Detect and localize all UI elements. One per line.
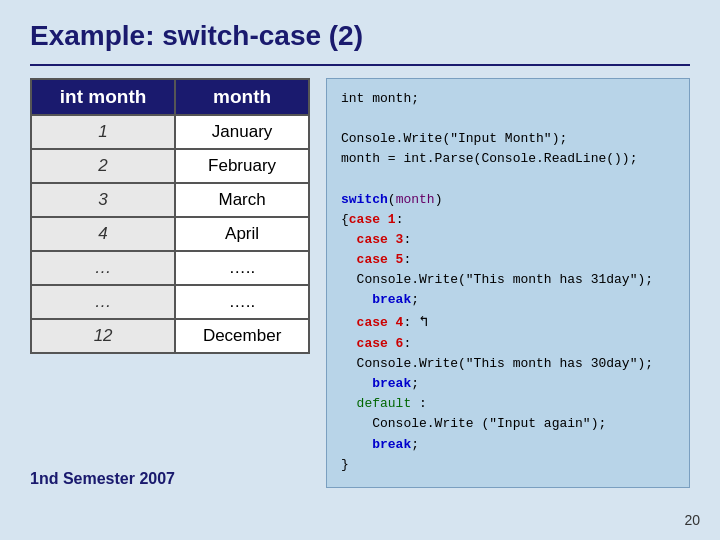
table-row: 3March xyxy=(31,183,309,217)
code-break3: break; xyxy=(341,435,675,455)
code-break1: break; xyxy=(341,290,675,310)
code-case5: case 5: xyxy=(341,250,675,270)
table-row: 12December xyxy=(31,319,309,353)
code-section: int month; Console.Write("Input Month");… xyxy=(326,78,690,488)
code-write30: Console.Write("This month has 30day"); xyxy=(341,354,675,374)
table-row: …….. xyxy=(31,251,309,285)
table-row: …….. xyxy=(31,285,309,319)
code-default: default : xyxy=(341,394,675,414)
content-area: int month month 1January2February3March4… xyxy=(30,78,690,488)
code-writeinput: Console.Write ("Input again"); xyxy=(341,414,675,434)
table-cell-value: ….. xyxy=(175,251,309,285)
table-cell-key: 12 xyxy=(31,319,175,353)
code-parse: month = int.Parse(Console.ReadLine()); xyxy=(341,149,675,169)
table-cell-value: January xyxy=(175,115,309,149)
code-case3: case 3: xyxy=(341,230,675,250)
code-case4: case 4: ↰ xyxy=(341,311,675,334)
table-cell-value: December xyxy=(175,319,309,353)
table-row: 1January xyxy=(31,115,309,149)
table-cell-key: 2 xyxy=(31,149,175,183)
table-cell-value: April xyxy=(175,217,309,251)
code-brace-close: } xyxy=(341,455,675,475)
table-row: 2February xyxy=(31,149,309,183)
page-number: 20 xyxy=(684,512,700,528)
slide: Example: switch-case (2) int month month… xyxy=(0,0,720,540)
slide-title: Example: switch-case (2) xyxy=(30,20,690,52)
table-cell-key: … xyxy=(31,285,175,319)
col-header-value: month xyxy=(175,79,309,115)
code-blank xyxy=(341,109,675,129)
table-section: int month month 1January2February3March4… xyxy=(30,78,310,488)
code-header: int month; xyxy=(341,89,675,109)
data-table: int month month 1January2February3March4… xyxy=(30,78,310,354)
table-row: 4April xyxy=(31,217,309,251)
table-cell-key: 1 xyxy=(31,115,175,149)
code-case6: case 6: xyxy=(341,334,675,354)
table-cell-value: ….. xyxy=(175,285,309,319)
table-cell-key: 4 xyxy=(31,217,175,251)
code-break2: break; xyxy=(341,374,675,394)
table-cell-value: February xyxy=(175,149,309,183)
title-underline xyxy=(30,64,690,66)
code-blank2 xyxy=(341,170,675,190)
table-cell-key: 3 xyxy=(31,183,175,217)
code-switch: switch(month) xyxy=(341,190,675,210)
footer-text: 1nd Semester 2007 xyxy=(30,460,310,488)
table-cell-value: March xyxy=(175,183,309,217)
col-header-key: int month xyxy=(31,79,175,115)
code-brace-open: {case 1: xyxy=(341,210,675,230)
code-write: Console.Write("Input Month"); xyxy=(341,129,675,149)
code-write31: Console.Write("This month has 31day"); xyxy=(341,270,675,290)
table-cell-key: … xyxy=(31,251,175,285)
